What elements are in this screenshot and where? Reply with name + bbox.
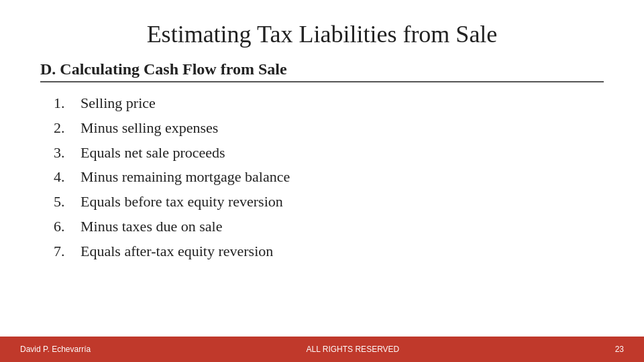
- list-number-6: 6.: [54, 217, 80, 237]
- section-divider: [40, 81, 604, 82]
- list-item: 6.Minus taxes due on sale: [54, 217, 604, 237]
- section-header: D. Calculating Cash Flow from Sale: [40, 60, 604, 78]
- list-item: 5.Equals before tax equity reversion: [54, 192, 604, 213]
- list-container: 1.Selling price2.Minus selling expenses3…: [40, 93, 604, 262]
- list-text-3: Equals net sale proceeds: [80, 143, 225, 164]
- list-number-1: 1.: [54, 93, 80, 114]
- list-text-1: Selling price: [80, 93, 156, 114]
- list-number-4: 4.: [54, 167, 80, 188]
- footer: David P. Echevarría ALL RIGHTS RESERVED …: [0, 337, 644, 362]
- list-number-5: 5.: [54, 192, 80, 213]
- list-text-4: Minus remaining mortgage balance: [80, 167, 290, 188]
- list-item: 3.Equals net sale proceeds: [54, 143, 604, 164]
- list-text-7: Equals after-tax equity reversion: [80, 241, 273, 262]
- list-number-3: 3.: [54, 143, 80, 164]
- list-number-7: 7.: [54, 241, 80, 262]
- footer-author: David P. Echevarría: [20, 345, 91, 354]
- list-text-6: Minus taxes due on sale: [80, 217, 222, 237]
- slide-title: Estimating Tax Liabilities from Sale: [40, 20, 604, 48]
- list-item: 4.Minus remaining mortgage balance: [54, 167, 604, 188]
- list-number-2: 2.: [54, 118, 80, 139]
- list-item: 1.Selling price: [54, 93, 604, 114]
- list-text-2: Minus selling expenses: [80, 118, 218, 139]
- list-item: 2.Minus selling expenses: [54, 118, 604, 139]
- list-item: 7.Equals after-tax equity reversion: [54, 241, 604, 262]
- slide: Estimating Tax Liabilities from Sale D. …: [0, 0, 644, 362]
- footer-rights: ALL RIGHTS RESERVED: [91, 345, 614, 354]
- footer-page: 23: [615, 345, 624, 354]
- list-text-5: Equals before tax equity reversion: [80, 192, 283, 213]
